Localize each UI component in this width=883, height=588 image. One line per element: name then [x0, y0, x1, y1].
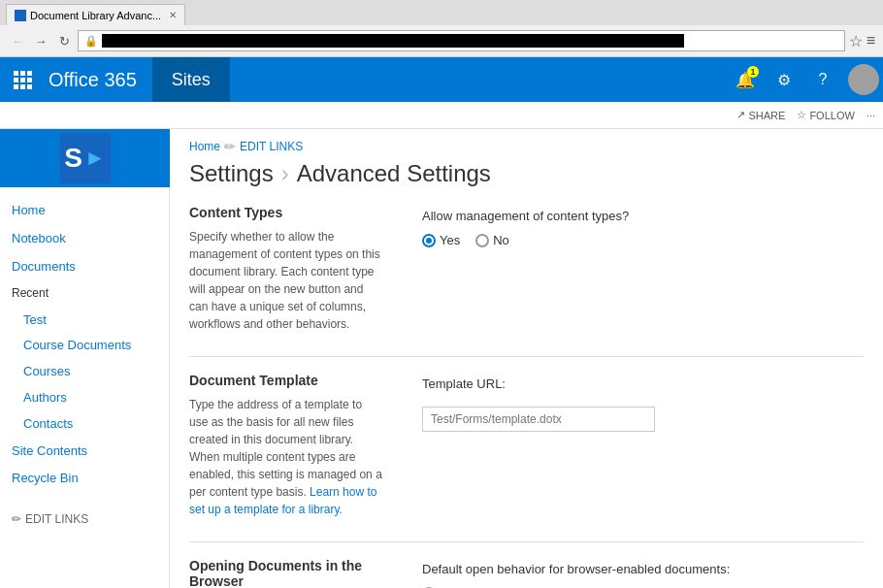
yes-label: Yes	[440, 233, 460, 247]
opening-documents-description: Opening Documents in the Browser Specify…	[189, 558, 383, 588]
browser-menu-btn[interactable]: ≡	[867, 32, 875, 50]
content-types-radio-group: Yes No	[422, 233, 864, 247]
site-logo-inner: S ►	[60, 133, 111, 183]
document-template-description: Document Template Type the address of a …	[189, 373, 383, 518]
star-icon: ☆	[797, 109, 806, 121]
content-types-no-option[interactable]: No	[475, 233, 509, 247]
topnav-actions: 🔔 1 ⚙ ?	[728, 62, 883, 97]
no-radio-button[interactable]	[475, 234, 489, 247]
content-types-control-label: Allow management of content types?	[422, 209, 864, 223]
sp-logo-arrow: ►	[84, 146, 106, 171]
no-label: No	[493, 233, 509, 247]
user-avatar[interactable]	[848, 64, 879, 95]
back-button[interactable]: ←	[8, 31, 27, 50]
follow-button[interactable]: ☆ FOLLOW	[797, 109, 854, 121]
sidebar: S ► Home Notebook Documents Recent Test …	[0, 129, 170, 588]
document-template-control: Template URL:	[422, 373, 864, 518]
content-types-description: Content Types Specify whether to allow t…	[189, 205, 383, 333]
settings-button[interactable]: ⚙	[767, 62, 801, 97]
page-title: Settings › Advanced Settings	[189, 160, 864, 187]
template-url-label: Template URL:	[422, 376, 864, 391]
content-types-heading: Content Types	[189, 205, 383, 220]
tab-close-btn[interactable]: ✕	[169, 10, 177, 20]
waffle-menu-button[interactable]	[0, 57, 45, 102]
content-types-text: Specify whether to allow the management …	[189, 228, 383, 333]
sidebar-item-course-documents[interactable]: Course Documents	[0, 333, 169, 359]
browser-tab[interactable]: Document Library Advanc... ✕	[6, 4, 185, 25]
sidebar-item-courses[interactable]: Courses	[0, 359, 169, 385]
address-text: https://	[102, 34, 684, 48]
sidebar-item-test[interactable]: Test	[0, 308, 169, 334]
address-bar[interactable]: 🔒 https://	[78, 30, 845, 51]
sidebar-edit-links[interactable]: ✏ EDIT LINKS	[0, 503, 169, 536]
refresh-button[interactable]: ↻	[54, 31, 74, 50]
sidebar-item-documents[interactable]: Documents	[0, 253, 169, 281]
page-title-separator: ›	[281, 160, 289, 187]
o365-topnav: Office 365 Sites 🔔 1 ⚙ ?	[0, 57, 883, 102]
sidebar-item-recent-section: Recent	[0, 280, 169, 307]
sidebar-item-notebook[interactable]: Notebook	[0, 225, 169, 253]
tab-bar: Document Library Advanc... ✕	[0, 0, 883, 25]
gear-icon: ⚙	[777, 71, 791, 89]
tab-favicon	[15, 10, 26, 21]
document-template-section: Document Template Type the address of a …	[189, 373, 864, 518]
lock-icon: 🔒	[84, 35, 98, 48]
sp-logo-letter: S	[64, 143, 82, 174]
sidebar-item-authors[interactable]: Authors	[0, 385, 169, 411]
breadcrumb-edit-links[interactable]: EDIT LINKS	[240, 140, 303, 153]
notifications-button[interactable]: 🔔 1	[728, 62, 763, 97]
share-button[interactable]: ↗ SHARE	[736, 109, 785, 121]
sidebar-item-home[interactable]: Home	[0, 197, 169, 225]
content-types-section: Content Types Specify whether to allow t…	[189, 205, 864, 333]
notification-badge: 1	[747, 66, 759, 78]
breadcrumb: Home ✏ EDIT LINKS	[189, 139, 864, 154]
sidebar-item-site-contents[interactable]: Site Contents	[0, 438, 169, 466]
edit-links-pencil-icon: ✏	[12, 512, 21, 526]
breadcrumb-home-link[interactable]: Home	[189, 140, 220, 153]
opening-documents-section: Opening Documents in the Browser Specify…	[189, 558, 864, 588]
section-divider-1	[189, 356, 864, 357]
browser-action-buttons: ☆ ≡	[849, 32, 875, 50]
document-template-text: Type the address of a template to use as…	[189, 396, 383, 518]
sidebar-item-recycle-bin[interactable]: Recycle Bin	[0, 465, 169, 493]
browser-chrome: Document Library Advanc... ✕ ← → ↻ 🔒 htt…	[0, 0, 883, 57]
section-divider-2	[189, 541, 864, 542]
tab-label: Document Library Advanc...	[30, 10, 161, 21]
open-behavior-label: Default open behavior for browser-enable…	[422, 562, 864, 576]
share-icon: ↗	[736, 109, 745, 121]
main-layout: S ► Home Notebook Documents Recent Test …	[0, 129, 883, 588]
content-types-yes-option[interactable]: Yes	[422, 233, 460, 247]
yes-radio-button[interactable]	[422, 234, 436, 247]
breadcrumb-separator: ✏	[224, 139, 236, 154]
document-template-heading: Document Template	[189, 373, 383, 388]
question-icon: ?	[819, 71, 828, 88]
forward-button[interactable]: →	[31, 31, 50, 50]
page-title-part2: Advanced Settings	[297, 160, 491, 187]
browser-nav-bar: ← → ↻ 🔒 https:// ☆ ≡	[0, 25, 883, 56]
opening-documents-control: Default open behavior for browser-enable…	[422, 558, 864, 588]
sidebar-item-contacts[interactable]: Contacts	[0, 411, 169, 438]
help-button[interactable]: ?	[805, 62, 840, 97]
page-title-part1: Settings	[189, 160, 274, 187]
browser-star-btn[interactable]: ☆	[849, 32, 863, 50]
content-types-control: Allow management of content types? Yes N…	[422, 205, 864, 333]
o365-app-name[interactable]: Sites	[152, 57, 230, 102]
sidebar-nav: Home Notebook Documents Recent Test Cour…	[0, 187, 169, 503]
utility-bar: ↗ SHARE ☆ FOLLOW ···	[0, 102, 883, 129]
o365-brand-label[interactable]: Office 365	[45, 69, 152, 91]
more-button[interactable]: ···	[867, 110, 875, 121]
content-area: Home ✏ EDIT LINKS Settings › Advanced Se…	[170, 129, 883, 588]
waffle-grid-icon	[14, 71, 32, 89]
template-url-input[interactable]	[422, 407, 655, 432]
site-logo[interactable]: S ►	[0, 129, 170, 187]
opening-documents-heading: Opening Documents in the Browser	[189, 558, 383, 588]
